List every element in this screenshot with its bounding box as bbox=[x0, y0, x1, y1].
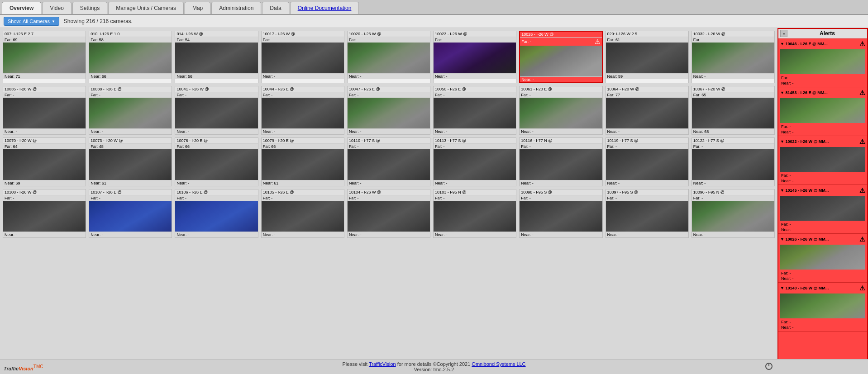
show-all-cameras-dropdown[interactable]: Show: All Cameras bbox=[4, 17, 59, 26]
camera-far-label: Far: - bbox=[520, 144, 602, 149]
camera-far-label: Far: 48 bbox=[89, 144, 172, 149]
tab-overview[interactable]: Overview bbox=[2, 2, 41, 14]
camera-id-label: 10098 - I-95 S @ bbox=[520, 189, 602, 195]
footer-link-omnibond[interactable]: Omnibond Systems LLC bbox=[472, 361, 525, 367]
camera-cell[interactable]: 10035 - I-26 W @Far: -Near: - bbox=[3, 86, 86, 135]
tab-online-docs[interactable]: Online Documentation bbox=[290, 2, 359, 14]
alert-far-label: Far: - bbox=[780, 319, 865, 325]
tab-manage-units[interactable]: Manage Units / Cameras bbox=[108, 2, 184, 14]
alert-item[interactable]: ▼ 10145 - I-26 W @ MM...⚠Far: -Near: - bbox=[778, 185, 867, 234]
tab-settings[interactable]: Settings bbox=[72, 2, 107, 14]
footer-version: Version: tmc-2.5.2 bbox=[414, 367, 454, 372]
camera-cell[interactable]: 10061 - I-20 E @Far: -Near: - bbox=[519, 86, 602, 135]
camera-id-label: 10067 - I-20 W @ bbox=[692, 86, 774, 92]
camera-cell[interactable]: 10076 - I-20 E @Far: 66Near: - bbox=[175, 137, 258, 186]
footer-link-trafficvision[interactable]: TrafficVision bbox=[369, 361, 396, 367]
camera-cell[interactable]: 029: I-126 W 2.5Far: 61Near: 59 bbox=[606, 31, 689, 83]
camera-cell[interactable]: 10108 - I-26 W @Far: -Near: - bbox=[3, 189, 86, 238]
camera-cell[interactable]: 10110 - I-77 S @Far: -Near: - bbox=[347, 137, 430, 186]
camera-cell[interactable]: 10070 - I-20 W @Far: 64Near: 69 bbox=[3, 137, 86, 186]
camera-cell[interactable]: 10047 - I-26 E @Far: -Near: - bbox=[347, 86, 430, 135]
camera-cell[interactable]: 10038 - I-26 E @Far: -Near: - bbox=[89, 86, 172, 135]
alert-near-label: Near: - bbox=[780, 276, 865, 281]
camera-far-label: Far: - bbox=[434, 144, 516, 149]
camera-near-label: Near: - bbox=[89, 232, 172, 237]
alert-near-label: Near: - bbox=[780, 80, 865, 86]
camera-cell[interactable]: 007: I-126 E 2.7Far: 69Near: 71 bbox=[3, 31, 86, 83]
camera-cell[interactable]: 10073 - I-20 W @Far: 48Near: 61 bbox=[89, 137, 172, 186]
logo-vision: Vision bbox=[19, 366, 33, 371]
power-icon[interactable] bbox=[765, 362, 773, 371]
camera-far-label: Far: - bbox=[692, 37, 774, 43]
camera-cell[interactable]: 10041 - I-26 W @Far: -Near: - bbox=[175, 86, 258, 135]
alert-arrow-icon: ▼ 10046 - I-26 E @ MM... bbox=[780, 42, 828, 46]
camera-id-label: 10108 - I-26 W @ bbox=[3, 189, 86, 195]
camera-far-label: Far: - bbox=[348, 144, 430, 149]
alert-item[interactable]: ▼ 10026 - I-26 W @ MM...⚠Far: -Near: - bbox=[778, 234, 867, 283]
camera-id-label: 10020 - I-26 W @ bbox=[348, 31, 430, 37]
camera-far-label: Far: 69 bbox=[3, 37, 86, 43]
camera-grid-wrapper[interactable]: 007: I-126 E 2.7Far: 69Near: 71010: I-12… bbox=[0, 28, 777, 359]
alerts-panel: - Alerts ▼ 10046 - I-26 E @ MM...⚠Far: -… bbox=[777, 28, 868, 359]
tab-video[interactable]: Video bbox=[42, 2, 71, 14]
camera-cell[interactable]: 10020 - I-26 W @Far: -Near: - bbox=[347, 31, 430, 83]
alert-far-label: Far: - bbox=[780, 75, 865, 80]
camera-cell[interactable]: 014: I-26 W @Far: 54Near: 56 bbox=[175, 31, 258, 83]
camera-cell[interactable]: 10098 - I-95 S @Far: -Near: - bbox=[519, 189, 602, 238]
camera-near-label: Near: - bbox=[692, 232, 774, 237]
main-content: 007: I-126 E 2.7Far: 69Near: 71010: I-12… bbox=[0, 28, 868, 359]
camera-cell[interactable]: 10103 - I-95 N @Far: -Near: - bbox=[433, 189, 516, 238]
camera-far-label: Far: - bbox=[348, 37, 430, 43]
alerts-list[interactable]: ▼ 10046 - I-26 E @ MM...⚠Far: -Near: -▼ … bbox=[778, 38, 867, 359]
camera-cell[interactable]: 010: I-126 E 1.0Far: 58Near: 66 bbox=[89, 31, 172, 83]
camera-far-label: Far: - bbox=[606, 144, 688, 149]
camera-cell[interactable]: 10116 - I-77 N @Far: -Near: - bbox=[519, 137, 602, 186]
camera-cell[interactable]: 10079 - I-20 E @Far: 66Near: 61 bbox=[261, 137, 344, 186]
camera-near-label: Near: - bbox=[348, 73, 430, 79]
camera-cell[interactable]: 10023 - I-26 W @Far: -Near: - bbox=[433, 31, 516, 83]
camera-cell[interactable]: 10113 - I-77 S @Far: -Near: - bbox=[433, 137, 516, 186]
camera-cell[interactable]: 10032 - I-26 W @Far: -Near: - bbox=[692, 31, 775, 83]
camera-image bbox=[348, 98, 430, 128]
alert-arrow-icon: ▼ 10140 - I-26 W @ MM... bbox=[780, 286, 829, 290]
alerts-title: Alerts bbox=[789, 30, 865, 37]
camera-cell[interactable]: 10104 - I-26 W @Far: -Near: - bbox=[347, 189, 430, 238]
tab-data[interactable]: Data bbox=[262, 2, 289, 14]
alerts-collapse-button[interactable]: - bbox=[780, 30, 787, 37]
camera-cell[interactable]: 10122 - I-77 S @Far: -Near: - bbox=[692, 137, 775, 186]
camera-cell[interactable]: 10107 - I-26 E @Far: -Near: - bbox=[89, 189, 172, 238]
camera-id-label: 10110 - I-77 S @ bbox=[348, 138, 430, 144]
camera-cell[interactable]: 10026 - I-26 W @Far: - ⚠Near: - bbox=[519, 31, 602, 83]
camera-cell[interactable]: 10044 - I-26 E @Far: -Near: - bbox=[261, 86, 344, 135]
alert-item[interactable]: ▼ 10046 - I-26 E @ MM...⚠Far: -Near: - bbox=[778, 38, 867, 87]
camera-image bbox=[3, 149, 86, 180]
camera-id-label: 10107 - I-26 E @ bbox=[89, 189, 172, 195]
camera-cell[interactable]: 10106 - I-26 E @Far: -Near: - bbox=[175, 189, 258, 238]
alert-item[interactable]: ▼ 81453 - I-26 E @ MM...⚠Far: -Near: - bbox=[778, 87, 867, 136]
camera-cell[interactable]: 10096 - I-95 N @Far: -Near: - bbox=[692, 189, 775, 238]
camera-cell[interactable]: 10050 - I-26 E @Far: -Near: - bbox=[433, 86, 516, 135]
camera-cell[interactable]: 10105 - I-26 E @Far: -Near: - bbox=[261, 189, 344, 238]
camera-cell[interactable]: 10017 - I-26 W @Far: -Near: - bbox=[261, 31, 344, 83]
camera-far-label: Far: - bbox=[3, 92, 86, 98]
tab-administration[interactable]: Administration bbox=[211, 2, 261, 14]
camera-cell[interactable]: 10067 - I-20 W @Far: 65Near: 68 bbox=[692, 86, 775, 135]
camera-near-label: Near: - bbox=[348, 128, 430, 134]
camera-image bbox=[692, 98, 774, 128]
camera-far-label: Far: 54 bbox=[175, 37, 258, 43]
camera-id-label: 10104 - I-26 W @ bbox=[348, 189, 430, 195]
alert-item[interactable]: ▼ 10140 - I-26 W @ MM...⚠Far: -Near: - bbox=[778, 283, 867, 331]
camera-image bbox=[692, 201, 774, 232]
camera-far-label: Far: - bbox=[89, 92, 172, 98]
camera-cell[interactable]: 10064 - I-20 W @Far: 77Near: - bbox=[606, 86, 689, 135]
camera-cell[interactable]: 10097 - I-95 S @Far: -Near: - bbox=[606, 189, 689, 238]
camera-id-label: 10044 - I-26 E @ bbox=[262, 86, 344, 92]
camera-near-label: Near: - bbox=[348, 180, 430, 186]
camera-far-label: Far: 58 bbox=[89, 37, 172, 43]
camera-cell[interactable]: 10119 - I-77 S @Far: -Near: - bbox=[606, 137, 689, 186]
alert-item[interactable]: ▼ 10022 - I-26 W @ MM...⚠Far: -Near: - bbox=[778, 136, 867, 185]
tab-map[interactable]: Map bbox=[185, 2, 210, 14]
alert-warn-icon: ⚠ bbox=[859, 187, 865, 194]
camera-image bbox=[89, 201, 172, 232]
camera-id-label: 10113 - I-77 S @ bbox=[434, 138, 516, 144]
